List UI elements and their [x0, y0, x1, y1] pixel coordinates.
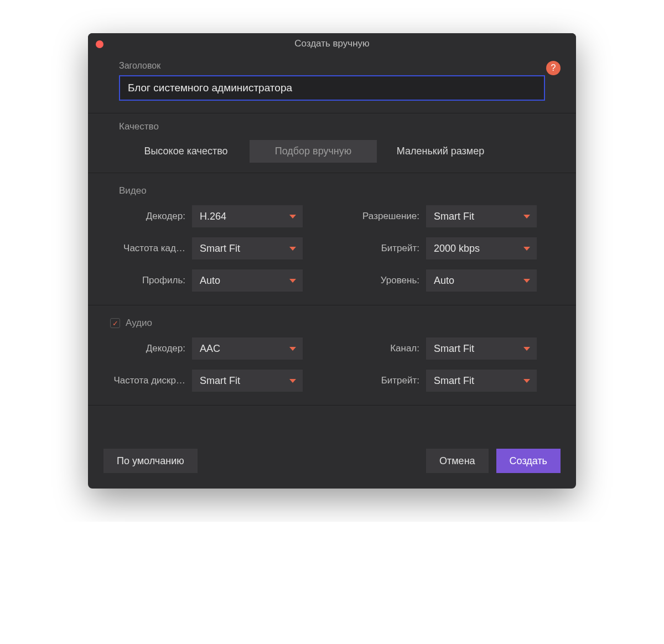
header-section: Заголовок ?	[88, 54, 576, 113]
audio-channel-label: Канал:	[343, 343, 426, 354]
quality-option-manual[interactable]: Подбор вручную	[250, 140, 377, 163]
chevron-down-icon	[523, 247, 530, 251]
quality-section: Качество Высокое качество Подбор вручную…	[88, 113, 576, 173]
audio-bitrate-value: Smart Fit	[434, 375, 474, 387]
audio-bitrate-dropdown[interactable]: Smart Fit	[426, 370, 537, 392]
video-decoder-dropdown[interactable]: H.264	[192, 205, 303, 227]
chevron-down-icon	[523, 347, 530, 351]
video-level-label: Уровень:	[343, 275, 426, 286]
audio-bitrate-label: Битрейт:	[343, 375, 426, 386]
video-decoder-label: Декодер:	[109, 211, 192, 222]
video-framerate-label: Частота кад…	[109, 243, 192, 254]
video-label: Видео	[109, 185, 555, 196]
footer: По умолчанию Отмена Создать	[88, 406, 576, 489]
video-section: Видео Декодер: H.264 Разрешение: Smart F…	[88, 173, 576, 305]
video-profile-dropdown[interactable]: Auto	[192, 269, 303, 292]
chevron-down-icon	[523, 279, 530, 283]
audio-samplerate-label: Частота дискр…	[109, 375, 192, 386]
video-profile-label: Профиль:	[109, 275, 192, 286]
video-profile-value: Auto	[200, 275, 220, 287]
title-label: Заголовок	[119, 61, 555, 71]
chevron-down-icon	[523, 215, 530, 219]
default-button[interactable]: По умолчанию	[103, 449, 198, 473]
audio-section: ✓ Аудио Декодер: AAC Канал: Smart Fit Ча…	[88, 305, 576, 406]
audio-decoder-dropdown[interactable]: AAC	[192, 337, 303, 360]
video-level-value: Auto	[434, 275, 454, 287]
chevron-down-icon	[523, 379, 530, 383]
audio-channel-value: Smart Fit	[434, 343, 474, 355]
audio-samplerate-value: Smart Fit	[200, 375, 240, 387]
audio-samplerate-dropdown[interactable]: Smart Fit	[192, 370, 303, 392]
help-button[interactable]: ?	[546, 61, 561, 75]
chevron-down-icon	[289, 215, 296, 219]
audio-decoder-label: Декодер:	[109, 343, 192, 354]
quality-segmented: Высокое качество Подбор вручную Маленьки…	[109, 140, 555, 163]
video-resolution-value: Smart Fit	[434, 211, 474, 222]
audio-enabled-checkbox[interactable]: ✓	[110, 318, 120, 328]
close-icon[interactable]	[96, 40, 103, 48]
cancel-button[interactable]: Отмена	[426, 449, 489, 473]
video-bitrate-dropdown[interactable]: 2000 kbps	[426, 237, 537, 259]
video-framerate-dropdown[interactable]: Smart Fit	[192, 237, 303, 259]
audio-decoder-value: AAC	[200, 343, 220, 355]
chevron-down-icon	[289, 247, 296, 251]
video-level-dropdown[interactable]: Auto	[426, 269, 537, 292]
chevron-down-icon	[289, 347, 296, 351]
quality-label: Качество	[109, 121, 555, 132]
chevron-down-icon	[289, 379, 296, 383]
video-decoder-value: H.264	[200, 211, 226, 222]
chevron-down-icon	[289, 279, 296, 283]
help-icon: ?	[551, 63, 556, 73]
video-bitrate-label: Битрейт:	[343, 243, 426, 254]
title-input[interactable]	[119, 75, 545, 101]
video-framerate-value: Smart Fit	[200, 243, 240, 255]
window-title: Создать вручную	[294, 38, 370, 49]
create-button[interactable]: Создать	[496, 449, 561, 473]
video-bitrate-value: 2000 kbps	[434, 243, 480, 255]
audio-channel-dropdown[interactable]: Smart Fit	[426, 337, 537, 360]
quality-option-high[interactable]: Высокое качество	[122, 140, 250, 163]
dialog-window: Создать вручную Заголовок ? Качество Выс…	[88, 33, 576, 489]
quality-option-small[interactable]: Маленький размер	[377, 140, 504, 163]
video-resolution-label: Разрешение:	[343, 211, 426, 222]
video-resolution-dropdown[interactable]: Smart Fit	[426, 205, 537, 227]
audio-label: Аудио	[126, 318, 152, 329]
titlebar: Создать вручную	[88, 33, 576, 54]
